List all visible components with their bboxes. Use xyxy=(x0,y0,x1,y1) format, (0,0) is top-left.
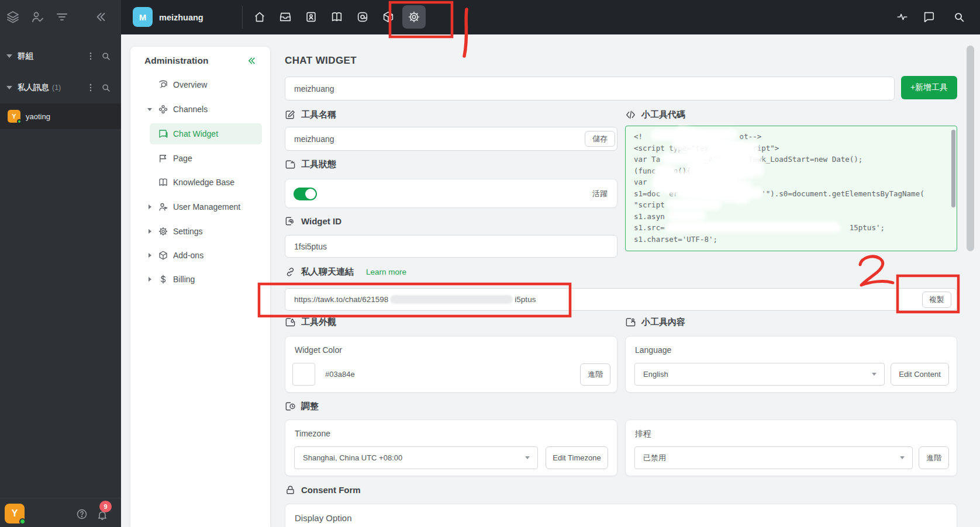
sidebar-item-billing[interactable]: Billing xyxy=(130,269,270,290)
language-select[interactable]: English xyxy=(634,363,885,386)
messages-icon[interactable] xyxy=(917,5,940,29)
chat-pages-icon[interactable] xyxy=(351,5,374,29)
sidebar-item-label: User Management xyxy=(173,202,240,212)
chevron-right-icon xyxy=(149,204,151,209)
redaction-blur xyxy=(667,199,722,210)
page-scrollbar[interactable] xyxy=(967,46,974,251)
current-user-avatar[interactable]: Y xyxy=(5,504,25,523)
widget-appearance-section-header: 工具外觀 xyxy=(285,315,336,328)
admin-sidebar-title: Administration xyxy=(144,56,208,66)
private-messages-caret-icon[interactable] xyxy=(6,86,12,89)
workspace-avatar[interactable]: M xyxy=(133,7,153,27)
copy-button[interactable]: 複製 xyxy=(922,292,951,308)
workspace-name: meizhuang xyxy=(159,0,203,34)
chevron-down-icon xyxy=(900,456,905,459)
appearance-advanced-button[interactable]: 進階 xyxy=(580,363,610,386)
private-messages-label: 私人訊息 xyxy=(18,82,49,93)
redaction-blur xyxy=(668,210,706,221)
avatar-initial: Y xyxy=(12,508,18,519)
sidebar-item-overview[interactable]: Overview xyxy=(130,74,270,95)
help-icon[interactable] xyxy=(76,508,88,520)
direct-chat-link-section-header: 私人聊天連結 Learn more xyxy=(285,265,406,278)
knowledge-base-icon[interactable] xyxy=(325,5,348,29)
edit-timezone-button[interactable]: Edit Timezone xyxy=(546,446,608,469)
redaction-blur xyxy=(665,221,841,233)
sidebar-item-channels[interactable]: Channels xyxy=(130,99,270,120)
search-icon[interactable] xyxy=(947,5,971,29)
learn-more-link[interactable]: Learn more xyxy=(366,268,406,276)
timezone-value: Shanghai, China UTC +08:00 xyxy=(303,453,402,462)
link-icon xyxy=(285,266,296,278)
sidebar-item-page[interactable]: Page xyxy=(130,148,270,169)
sidebar-item-label: Overview xyxy=(173,80,207,89)
private-messages-search-icon[interactable] xyxy=(101,82,111,93)
toggle-knob xyxy=(305,189,316,199)
sidebar-item-settings[interactable]: Settings xyxy=(130,221,270,242)
groups-caret-icon[interactable] xyxy=(6,54,12,58)
section-title: 小工具內容 xyxy=(641,317,685,328)
cube-icon xyxy=(158,250,168,261)
consent-form-card: Display Option xyxy=(285,504,957,527)
section-title: Consent Form xyxy=(301,485,361,495)
app-window: 群組 私人訊息 (1) Y yaotin xyxy=(0,0,980,527)
sidebar-item-knowledge-base[interactable]: Knowledge Base xyxy=(130,172,270,193)
online-status-dot xyxy=(17,119,22,124)
language-value: English xyxy=(643,370,668,379)
groups-search-icon[interactable] xyxy=(101,51,111,61)
addons-icon[interactable] xyxy=(377,5,400,29)
chevron-down-icon xyxy=(147,108,152,111)
contacts-icon[interactable] xyxy=(299,5,323,29)
widget-color-swatch[interactable] xyxy=(292,363,315,386)
home-icon[interactable] xyxy=(248,5,271,29)
section-title: 工具名稱 xyxy=(301,109,336,120)
groups-more-icon[interactable] xyxy=(85,51,96,61)
language-label: Language xyxy=(635,345,671,355)
chevron-right-icon xyxy=(149,229,151,234)
code-scrollbar[interactable] xyxy=(951,130,955,207)
schedule-advanced-button[interactable]: 進階 xyxy=(919,446,949,469)
activity-icon[interactable] xyxy=(891,5,914,29)
conversation-item-yaoting[interactable]: Y yaoting xyxy=(0,103,121,129)
section-title: 工具外觀 xyxy=(301,317,336,328)
gear-icon xyxy=(158,226,168,237)
content-person-icon xyxy=(625,317,636,328)
widget-name-value: meizhuang xyxy=(294,134,334,144)
widget-content-section-header: 小工具內容 xyxy=(625,315,685,328)
widget-name-input[interactable]: meizhuang xyxy=(285,127,617,151)
sidebar-item-user-management[interactable]: User Management xyxy=(130,196,270,217)
schedule-value: 已禁用 xyxy=(643,453,666,463)
sidebar-item-addons[interactable]: Add-ons xyxy=(130,245,270,266)
book-icon xyxy=(158,177,168,188)
widget-id-value: 1fsi5ptus xyxy=(294,242,327,251)
status-icon xyxy=(285,159,296,170)
timezone-select[interactable]: Shanghai, China UTC +08:00 xyxy=(294,446,538,469)
admin-collapse-icon[interactable] xyxy=(246,56,257,66)
filter-icon[interactable] xyxy=(55,10,69,24)
direct-chat-link-field[interactable]: https://tawk.to/chat/621598i5ptus xyxy=(285,288,957,311)
edit-content-button[interactable]: Edit Content xyxy=(891,363,949,386)
collapse-icon[interactable] xyxy=(94,10,108,24)
sidebar-item-label: Add-ons xyxy=(173,251,203,260)
widget-selector-input[interactable]: meizhuang xyxy=(285,77,895,100)
sidebar-item-label: Channels xyxy=(173,105,208,114)
private-messages-more-icon[interactable] xyxy=(85,82,96,93)
widget-status-card: 活躍 xyxy=(285,179,617,208)
widget-code-section-header: 小工具代碼 xyxy=(625,108,685,121)
schedule-select[interactable]: 已禁用 xyxy=(634,446,913,469)
widget-id-input[interactable]: 1fsi5ptus xyxy=(285,235,617,258)
status-state-label: 活躍 xyxy=(592,179,608,209)
widget-color-label: Widget Color xyxy=(295,345,342,355)
schedule-label: 排程 xyxy=(635,429,651,439)
sidebar-item-chat-widget[interactable]: Chat Widget xyxy=(130,123,270,144)
assignee-icon[interactable] xyxy=(30,10,44,24)
sidebar-item-label: Knowledge Base xyxy=(173,178,234,187)
inbox-icon[interactable] xyxy=(274,5,297,29)
sidebar-item-label: Page xyxy=(173,154,192,163)
chevron-down-icon xyxy=(872,373,877,376)
status-toggle[interactable] xyxy=(294,188,317,200)
channels-icon[interactable] xyxy=(6,10,20,24)
add-widget-button[interactable]: +新增工具 xyxy=(901,76,957,99)
settings-icon[interactable] xyxy=(402,5,426,29)
save-button[interactable]: 儲存 xyxy=(585,131,615,147)
sidebar-item-label: Billing xyxy=(173,275,195,284)
